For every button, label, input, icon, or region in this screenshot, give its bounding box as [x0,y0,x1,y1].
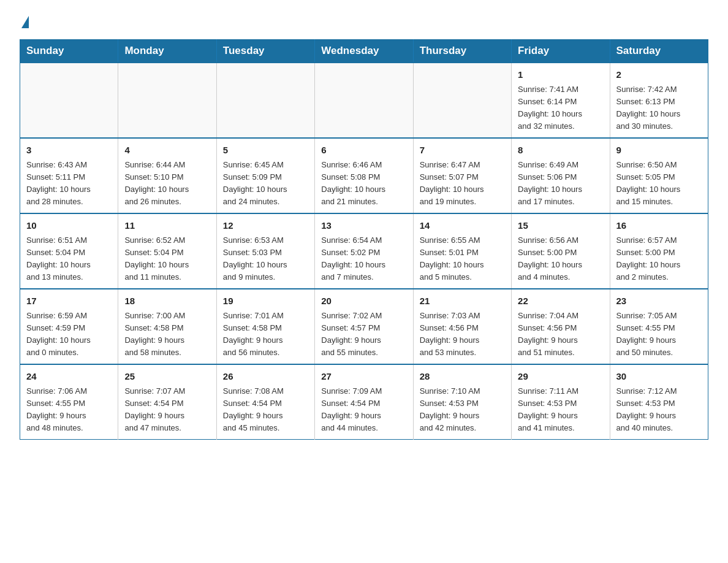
calendar-body: 1Sunrise: 7:41 AM Sunset: 6:14 PM Daylig… [20,63,708,440]
calendar-cell: 6Sunrise: 6:46 AM Sunset: 5:08 PM Daylig… [315,138,413,213]
day-of-week-wednesday: Wednesday [315,40,413,63]
days-of-week-row: SundayMondayTuesdayWednesdayThursdayFrid… [20,40,708,63]
day-info: Sunrise: 7:02 AM Sunset: 4:57 PM Dayligh… [321,310,406,359]
day-number: 16 [616,219,702,233]
calendar-cell: 14Sunrise: 6:55 AM Sunset: 5:01 PM Dayli… [413,213,511,289]
calendar-cell: 16Sunrise: 6:57 AM Sunset: 5:00 PM Dayli… [610,213,708,289]
day-info: Sunrise: 6:54 AM Sunset: 5:02 PM Dayligh… [321,234,406,284]
day-number: 17 [26,294,112,308]
calendar-cell: 7Sunrise: 6:47 AM Sunset: 5:07 PM Daylig… [413,138,511,213]
day-info: Sunrise: 6:43 AM Sunset: 5:11 PM Dayligh… [26,159,112,209]
calendar-cell: 11Sunrise: 6:52 AM Sunset: 5:04 PM Dayli… [118,213,216,289]
day-info: Sunrise: 7:03 AM Sunset: 4:56 PM Dayligh… [420,310,505,359]
day-number: 13 [321,219,406,233]
day-number: 8 [518,144,603,158]
day-number: 21 [420,294,505,308]
day-info: Sunrise: 7:10 AM Sunset: 4:53 PM Dayligh… [420,385,505,435]
day-of-week-tuesday: Tuesday [216,40,314,63]
day-number: 26 [223,370,308,384]
calendar-cell: 26Sunrise: 7:08 AM Sunset: 4:54 PM Dayli… [216,364,314,440]
day-info: Sunrise: 7:42 AM Sunset: 6:13 PM Dayligh… [616,83,702,133]
calendar-cell: 13Sunrise: 6:54 AM Sunset: 5:02 PM Dayli… [315,213,413,289]
day-info: Sunrise: 7:00 AM Sunset: 4:58 PM Dayligh… [124,310,210,359]
header [20,15,708,27]
day-info: Sunrise: 7:09 AM Sunset: 4:54 PM Dayligh… [321,385,406,435]
day-info: Sunrise: 6:50 AM Sunset: 5:05 PM Dayligh… [616,159,702,209]
day-number: 20 [321,294,406,308]
day-info: Sunrise: 6:56 AM Sunset: 5:00 PM Dayligh… [518,234,603,284]
day-of-week-monday: Monday [118,40,216,63]
day-info: Sunrise: 7:08 AM Sunset: 4:54 PM Dayligh… [223,385,308,435]
day-number: 1 [518,68,603,82]
calendar-cell: 29Sunrise: 7:11 AM Sunset: 4:53 PM Dayli… [512,364,610,440]
week-row-4: 17Sunrise: 6:59 AM Sunset: 4:59 PM Dayli… [20,289,708,364]
day-number: 12 [223,219,308,233]
day-info: Sunrise: 7:07 AM Sunset: 4:54 PM Dayligh… [124,385,210,435]
day-info: Sunrise: 7:41 AM Sunset: 6:14 PM Dayligh… [518,83,603,133]
day-number: 10 [26,219,112,233]
day-info: Sunrise: 7:11 AM Sunset: 4:53 PM Dayligh… [518,385,603,435]
calendar-cell: 22Sunrise: 7:04 AM Sunset: 4:56 PM Dayli… [512,289,610,364]
day-number: 5 [223,144,308,158]
day-of-week-saturday: Saturday [610,40,708,63]
day-info: Sunrise: 7:05 AM Sunset: 4:55 PM Dayligh… [616,310,702,359]
calendar-cell [216,63,314,138]
day-info: Sunrise: 6:46 AM Sunset: 5:08 PM Dayligh… [321,159,406,209]
day-number: 22 [518,294,603,308]
day-info: Sunrise: 6:45 AM Sunset: 5:09 PM Dayligh… [223,159,308,209]
day-number: 14 [420,219,505,233]
day-number: 19 [223,294,308,308]
day-number: 23 [616,294,702,308]
calendar-cell [118,63,216,138]
day-info: Sunrise: 6:53 AM Sunset: 5:03 PM Dayligh… [223,234,308,284]
day-number: 3 [26,144,112,158]
calendar-cell: 24Sunrise: 7:06 AM Sunset: 4:55 PM Dayli… [20,364,118,440]
calendar-cell: 12Sunrise: 6:53 AM Sunset: 5:03 PM Dayli… [216,213,314,289]
day-info: Sunrise: 6:59 AM Sunset: 4:59 PM Dayligh… [26,310,112,359]
calendar-cell: 21Sunrise: 7:03 AM Sunset: 4:56 PM Dayli… [413,289,511,364]
day-number: 6 [321,144,406,158]
calendar-cell: 17Sunrise: 6:59 AM Sunset: 4:59 PM Dayli… [20,289,118,364]
day-of-week-friday: Friday [512,40,610,63]
day-info: Sunrise: 6:44 AM Sunset: 5:10 PM Dayligh… [124,159,210,209]
day-info: Sunrise: 6:52 AM Sunset: 5:04 PM Dayligh… [124,234,210,284]
calendar-cell: 4Sunrise: 6:44 AM Sunset: 5:10 PM Daylig… [118,138,216,213]
calendar-cell: 20Sunrise: 7:02 AM Sunset: 4:57 PM Dayli… [315,289,413,364]
day-info: Sunrise: 6:47 AM Sunset: 5:07 PM Dayligh… [420,159,505,209]
day-number: 15 [518,219,603,233]
calendar-cell: 2Sunrise: 7:42 AM Sunset: 6:13 PM Daylig… [610,63,708,138]
day-of-week-sunday: Sunday [20,40,118,63]
week-row-3: 10Sunrise: 6:51 AM Sunset: 5:04 PM Dayli… [20,213,708,289]
calendar-cell [315,63,413,138]
day-of-week-thursday: Thursday [413,40,511,63]
calendar-cell: 27Sunrise: 7:09 AM Sunset: 4:54 PM Dayli… [315,364,413,440]
week-row-1: 1Sunrise: 7:41 AM Sunset: 6:14 PM Daylig… [20,63,708,138]
calendar-cell: 19Sunrise: 7:01 AM Sunset: 4:58 PM Dayli… [216,289,314,364]
day-number: 28 [420,370,505,384]
calendar-cell: 18Sunrise: 7:00 AM Sunset: 4:58 PM Dayli… [118,289,216,364]
calendar-cell [20,63,118,138]
day-number: 27 [321,370,406,384]
logo-triangle-icon [21,16,29,28]
calendar-cell: 30Sunrise: 7:12 AM Sunset: 4:53 PM Dayli… [610,364,708,440]
calendar-header: SundayMondayTuesdayWednesdayThursdayFrid… [20,40,708,63]
calendar-cell: 25Sunrise: 7:07 AM Sunset: 4:54 PM Dayli… [118,364,216,440]
calendar-cell [413,63,511,138]
day-info: Sunrise: 7:01 AM Sunset: 4:58 PM Dayligh… [223,310,308,359]
day-number: 2 [616,68,702,82]
day-number: 4 [124,144,210,158]
calendar-cell: 28Sunrise: 7:10 AM Sunset: 4:53 PM Dayli… [413,364,511,440]
calendar-table: SundayMondayTuesdayWednesdayThursdayFrid… [20,39,708,440]
calendar-cell: 15Sunrise: 6:56 AM Sunset: 5:00 PM Dayli… [512,213,610,289]
calendar-cell: 1Sunrise: 7:41 AM Sunset: 6:14 PM Daylig… [512,63,610,138]
day-info: Sunrise: 6:51 AM Sunset: 5:04 PM Dayligh… [26,234,112,284]
logo [20,15,29,27]
day-number: 24 [26,370,112,384]
calendar-cell: 10Sunrise: 6:51 AM Sunset: 5:04 PM Dayli… [20,213,118,289]
calendar-cell: 8Sunrise: 6:49 AM Sunset: 5:06 PM Daylig… [512,138,610,213]
calendar-cell: 3Sunrise: 6:43 AM Sunset: 5:11 PM Daylig… [20,138,118,213]
day-info: Sunrise: 6:55 AM Sunset: 5:01 PM Dayligh… [420,234,505,284]
day-info: Sunrise: 6:57 AM Sunset: 5:00 PM Dayligh… [616,234,702,284]
day-info: Sunrise: 7:04 AM Sunset: 4:56 PM Dayligh… [518,310,603,359]
calendar-cell: 5Sunrise: 6:45 AM Sunset: 5:09 PM Daylig… [216,138,314,213]
